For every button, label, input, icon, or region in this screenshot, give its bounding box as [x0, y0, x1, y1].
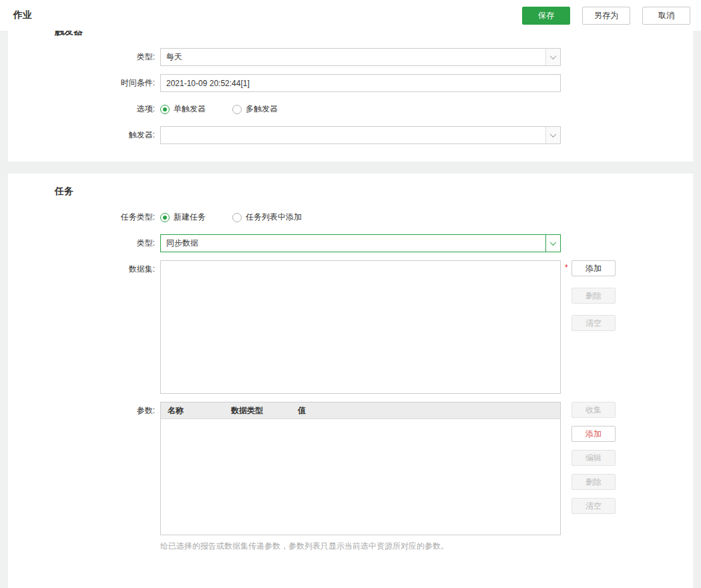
- required-asterisk: *: [565, 263, 571, 272]
- trigger-options-row: 选项: 单触发器 多触发器: [8, 100, 693, 118]
- chevron-down-glyph: [550, 131, 557, 137]
- time-condition-input[interactable]: [160, 74, 561, 92]
- topbar-actions: 保存 另存为 取消: [522, 7, 690, 25]
- dataset-label: 数据集:: [8, 260, 160, 275]
- params-col-datatype: 数据类型: [224, 405, 291, 416]
- chevron-down-icon[interactable]: [545, 127, 560, 143]
- trigger-type-select[interactable]: 每天: [160, 48, 561, 66]
- params-clear-button: 清空: [571, 498, 616, 514]
- params-hint: 给已选择的报告或数据集传递参数，参数列表只显示当前选中资源所对应的参数。: [160, 541, 561, 552]
- new-task-radio[interactable]: 新建任务: [160, 212, 206, 223]
- multi-trigger-radio[interactable]: 多触发器: [232, 103, 278, 115]
- task-type-select-value: 同步数据: [161, 235, 545, 252]
- trigger-type-row: 类型: 每天: [8, 48, 693, 66]
- radio-unchecked-icon[interactable]: [232, 105, 242, 114]
- dataset-add-button[interactable]: 添加: [571, 260, 616, 276]
- task-type-row: 任务类型: 新建任务 任务列表中添加: [8, 208, 693, 226]
- from-task-list-radio-label: 任务列表中添加: [246, 212, 302, 223]
- trigger-type-label: 类型:: [8, 51, 160, 63]
- trigger-select-value: [161, 127, 545, 143]
- save-button[interactable]: 保存: [522, 7, 570, 25]
- chevron-down-icon[interactable]: [545, 49, 560, 65]
- radio-checked-icon[interactable]: [160, 105, 170, 114]
- radio-unchecked-icon[interactable]: [232, 213, 242, 222]
- task-type-radio-group: 新建任务 任务列表中添加: [160, 208, 302, 226]
- radio-checked-icon[interactable]: [160, 213, 170, 222]
- trigger-select[interactable]: [160, 126, 561, 144]
- time-condition-label: 时间条件:: [8, 77, 160, 89]
- save-as-button[interactable]: 另存为: [582, 7, 630, 25]
- cancel-button[interactable]: 取消: [642, 7, 690, 25]
- trigger-options-label: 选项:: [8, 103, 160, 115]
- chevron-down-glyph: [550, 239, 557, 246]
- params-buttons: 收集 添加 编辑 删除 清空: [571, 402, 616, 514]
- new-task-radio-label: 新建任务: [174, 212, 206, 223]
- task-type-label: 任务类型:: [8, 212, 160, 223]
- params-edit-button: 编辑: [571, 450, 616, 466]
- chevron-down-icon[interactable]: [545, 235, 560, 252]
- trigger-type-select-value: 每天: [161, 49, 545, 65]
- task-type-select[interactable]: 同步数据: [160, 234, 561, 252]
- dataset-buttons: 添加 删除 清空: [571, 260, 616, 331]
- page-title: 作业: [11, 9, 32, 21]
- params-add-button[interactable]: 添加: [571, 426, 616, 442]
- trigger-select-row: 触发器:: [8, 126, 693, 144]
- time-condition-row: 时间条件:: [8, 74, 693, 92]
- single-trigger-radio-label: 单触发器: [174, 103, 206, 115]
- task-section: 任务 任务类型: 新建任务 任务列表中添加 类型: 同步数据 数据集: * 添加…: [8, 174, 693, 588]
- params-row: 参数: 名称 数据类型 值 给已选择的报告或数据集传递参数，参数列表只显示当前选…: [8, 402, 693, 552]
- dataset-delete-button: 删除: [571, 288, 616, 304]
- dataset-row: 数据集: * 添加 删除 清空: [8, 260, 693, 394]
- from-task-list-radio[interactable]: 任务列表中添加: [232, 212, 302, 223]
- params-label: 参数:: [8, 402, 160, 416]
- params-delete-button: 删除: [571, 474, 616, 490]
- dataset-listbox[interactable]: [160, 260, 561, 394]
- dataset-clear-button: 清空: [571, 315, 616, 331]
- params-table-header: 名称 数据类型 值: [161, 402, 560, 419]
- params-col-value: 值: [291, 405, 560, 416]
- task-type-select-label: 类型:: [8, 238, 160, 249]
- multi-trigger-radio-label: 多触发器: [246, 103, 278, 115]
- params-col-name: 名称: [161, 405, 224, 416]
- trigger-select-label: 触发器:: [8, 129, 160, 141]
- trigger-options-radio-group: 单触发器 多触发器: [160, 100, 278, 118]
- single-trigger-radio[interactable]: 单触发器: [160, 103, 206, 115]
- topbar: 作业 保存 另存为 取消: [0, 0, 701, 31]
- trigger-section: 触发器 类型: 每天 时间条件: 选项: 单触发器 多触发器 触发器:: [8, 31, 693, 162]
- chevron-down-glyph: [550, 53, 557, 59]
- params-collect-button: 收集: [571, 402, 616, 418]
- params-table-wrap: 名称 数据类型 值 给已选择的报告或数据集传递参数，参数列表只显示当前选中资源所…: [160, 402, 561, 552]
- trigger-section-heading: 触发器: [55, 31, 693, 37]
- params-table: 名称 数据类型 值: [160, 402, 561, 535]
- params-table-body[interactable]: [161, 419, 560, 535]
- task-type-select-row: 类型: 同步数据: [8, 234, 693, 252]
- task-section-heading: 任务: [55, 186, 693, 198]
